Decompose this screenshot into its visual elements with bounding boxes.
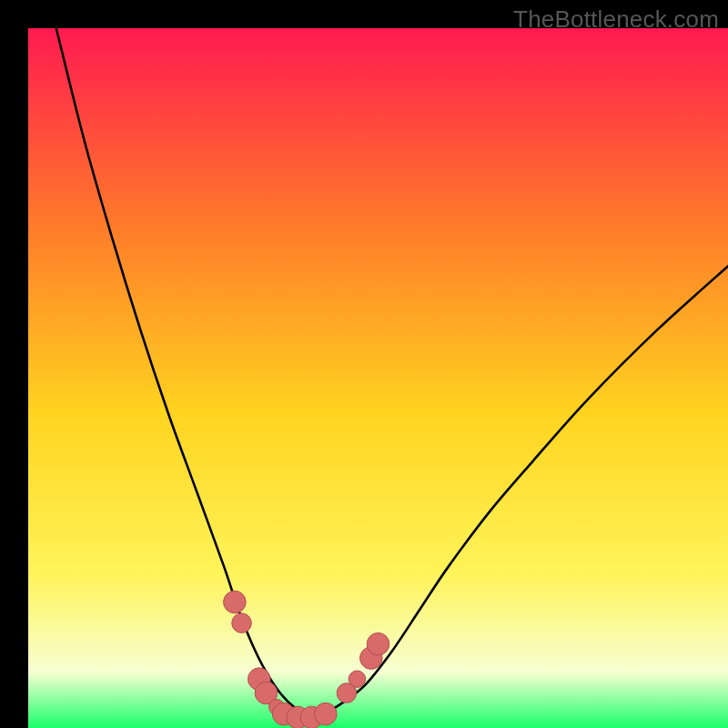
curve-marker	[315, 703, 338, 725]
curve-marker	[349, 671, 365, 687]
curve-marker	[232, 613, 252, 633]
plot-background	[28, 28, 728, 728]
bottleneck-plot	[0, 0, 728, 728]
curve-marker	[224, 591, 247, 613]
curve-marker	[367, 632, 389, 655]
watermark-text: TheBottleneck.com	[513, 5, 719, 34]
chart-canvas: TheBottleneck.com	[0, 0, 728, 728]
